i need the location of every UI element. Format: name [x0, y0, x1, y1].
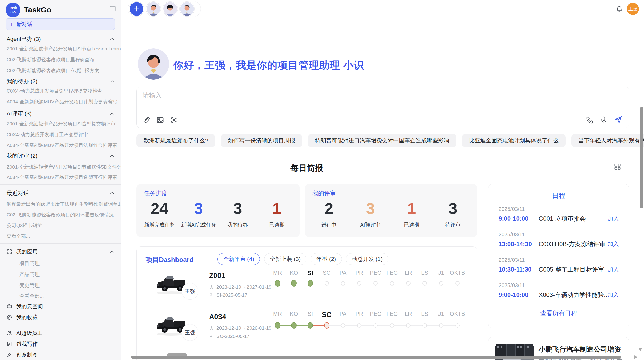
sidebar-item[interactable]: A034-全新新能源MUV产品开发项目法规符合性评审 [0, 140, 121, 151]
milestone-dot [406, 281, 411, 286]
chevron-up-icon [110, 250, 114, 253]
join-link[interactable]: 加入 [608, 266, 619, 273]
milestone-dot [390, 281, 394, 286]
send-icon[interactable] [614, 116, 622, 124]
chat-input[interactable] [142, 91, 623, 112]
sidebar-section-recent[interactable]: 最近对话 [0, 188, 121, 198]
scroll-right-arrow[interactable] [634, 355, 638, 359]
milestone-dot-done [291, 280, 297, 287]
tab-new-body[interactable]: 全新上装 (3) [264, 253, 306, 265]
stat-in-progress: 2进行中 [308, 200, 350, 228]
horizontal-scrollbar[interactable] [131, 356, 621, 359]
layout-grid-icon[interactable] [614, 163, 621, 170]
project-row[interactable]: 王强 A034 2023-12-19 ~ 2026-01-19 SC-2025-… [137, 310, 477, 351]
microphone-icon[interactable] [600, 116, 608, 124]
sidebar-ai-employee[interactable]: AI超级员工 [0, 328, 121, 338]
app-item-product-mgmt[interactable]: 产品管理 [0, 269, 121, 279]
schedule-date: 2025/03/11 [499, 257, 619, 263]
sidebar-section-agent-done[interactable]: Agent已办 (3) [0, 34, 121, 44]
flag-icon [209, 293, 214, 298]
suggestion-chip[interactable]: 欧洲新规最近颁布了什么? [136, 134, 215, 147]
task-progress-card: 任务进度 24新增完成任务 3新增AI完成任务 3我的待办 1已逾期 [136, 184, 300, 237]
app-logo-text-top: Task [9, 6, 17, 10]
sidebar-item[interactable]: A034-全新新能源MUV产品开发项目计划变更表编写 [0, 97, 121, 107]
apps-view-all[interactable]: 查看全部... [0, 291, 121, 301]
project-row[interactable]: 王强 Z001 2023-12-19 ~ 2027-01-19 SI-2025-… [137, 269, 477, 310]
scroll-down-arrow[interactable] [638, 348, 642, 351]
tab-year-model[interactable]: 年型 (2) [311, 253, 342, 265]
schedule-entry: 2025/03/11 13:00-14:30 C003|H0B-方案冻结评审 加… [499, 231, 619, 248]
sidebar-item[interactable]: C02-飞腾新能源轻客改款项目里程碑画布 [0, 55, 121, 65]
suggestion-chips: 欧洲新规最近颁布了什么? 如何写一份清晰的项目周报 特朗普可能对进口汽车增税会对… [136, 134, 644, 147]
tab-powertrain[interactable]: 动总开发 (1) [346, 253, 388, 265]
sidebar-my-favorites[interactable]: 我的收藏 [0, 312, 121, 322]
write-icon [7, 341, 12, 347]
recent-view-all[interactable]: 查看全部... [0, 231, 121, 242]
sidebar-item[interactable]: Z001-全新燃油轻卡产品开发项目SI节点属性5D文件评审 [0, 162, 121, 172]
stat-my-todo: 3我的待办 [218, 200, 257, 228]
recent-chat-item[interactable]: 解释最新出台的欧盟报废车法规再生塑料比例被调至15%... [0, 199, 121, 209]
scissors-icon[interactable] [170, 116, 178, 124]
milestone-dot [390, 323, 394, 328]
sidebar-section-my-review[interactable]: 我的评审 (2) [0, 151, 121, 161]
schedule-event-title: C001-立项审批会 [539, 215, 608, 223]
sidebar-creative-draw[interactable]: 创意制图 [0, 350, 121, 360]
sidebar-section-ai-review[interactable]: AI评审 (3) [0, 109, 121, 119]
join-link[interactable]: 加入 [608, 291, 619, 299]
tab-all-new-platform[interactable]: 全新平台 (4) [217, 253, 260, 265]
milestone-timeline: MRKOSISCPAPRPECFECLRLSJ1OKTB [269, 311, 466, 332]
dashboard-filter-tabs: 全新平台 (4) 全新上装 (3) 年型 (2) 动总开发 (1) [217, 253, 388, 265]
milestone-dot-done [308, 322, 313, 329]
join-link[interactable]: 加入 [608, 215, 619, 222]
sidebar-help-write[interactable]: 帮我写作 [0, 339, 121, 349]
vertical-scrollbar[interactable] [640, 107, 643, 208]
image-icon[interactable] [156, 116, 164, 124]
project-dates: 2023-12-19 ~ 2026-01-19 [209, 325, 271, 331]
sidebar-item[interactable]: C02-飞腾新能源轻客改款项目立项汇报方案 [0, 66, 121, 76]
collapse-sidebar-icon[interactable] [109, 5, 116, 12]
app-item-project-mgmt[interactable]: 项目管理 [0, 258, 121, 268]
daily-brief-title: 每日简报 [136, 163, 477, 174]
user-avatar[interactable]: 王强 [627, 3, 639, 15]
plus-icon [133, 6, 140, 12]
project-name: Z001 [209, 272, 225, 280]
stat-new-ai-done: 3新增AI完成任务 [179, 200, 218, 228]
milestone-dot [422, 323, 427, 328]
milestone-dot [341, 281, 345, 286]
sidebar-item[interactable]: Z001-全新燃油轻卡产品开发项目SI造型提交物评审 [0, 119, 121, 129]
view-all-schedule-link[interactable]: 查看所有日程 [488, 309, 629, 317]
join-link[interactable]: 加入 [608, 240, 619, 248]
phone-icon[interactable] [586, 116, 593, 124]
milestone-dot-done [275, 322, 280, 329]
sidebar-item[interactable]: C0X4-动力总成开发项目工程变更评审 [0, 130, 121, 140]
sidebar-item[interactable]: C0X4-动力总成开发项目SI里程碑提交物检查 [0, 86, 121, 96]
schedule-date: 2025/03/11 [499, 282, 619, 288]
schedule-event-title: X003-车辆动力学性能验... [539, 291, 608, 299]
flag-icon [209, 334, 214, 339]
conversation-avatar[interactable] [147, 2, 160, 16]
sidebar-my-cloud[interactable]: 我的云空间 [0, 301, 121, 311]
chevron-up-icon [110, 192, 114, 194]
stat-pending-review: 3待评审 [432, 200, 474, 228]
new-chat-button[interactable]: + 新对话 [6, 18, 115, 30]
suggestion-chip[interactable]: 当下年轻人对汽车外观有怎样的喜好趋势 [571, 134, 644, 147]
suggestion-chip[interactable]: 比亚迪全固态电池计划具体说了什么 [462, 134, 566, 147]
recent-chat-item[interactable]: C02-飞腾新能源轻客改款项目的闭环通告反馈情况 [0, 210, 121, 220]
schedule-time: 9:00-10:00 [499, 215, 539, 222]
sidebar-my-apps[interactable]: 我的应用 [0, 247, 121, 257]
schedule-event-title: C005-整车工程目标评审 [539, 265, 608, 274]
attachment-icon[interactable] [143, 116, 150, 124]
app-item-change-mgmt[interactable]: 变更管理 [0, 280, 121, 290]
sidebar-section-my-todo[interactable]: 我的待办 (2) [0, 76, 121, 86]
suggestion-chip[interactable]: 特朗普可能对进口汽车增税会对中国车企造成哪些影响 [308, 134, 456, 147]
conversation-avatar[interactable] [163, 2, 177, 16]
add-conversation-button[interactable] [130, 2, 143, 16]
suggestion-chip[interactable]: 如何写一份清晰的项目周报 [221, 134, 302, 147]
recent-chat-item[interactable]: 公司Q3轻卡销量 [0, 220, 121, 231]
sidebar-item[interactable]: A034-全新新能源MUV产品开发项目造型可行性评审 [0, 172, 121, 183]
sidebar-item[interactable]: Z001-全新燃油皮卡产品开发项目SI节点Lesson Learn报告 [0, 44, 121, 54]
milestone-dot [341, 323, 345, 328]
notification-bell-icon[interactable] [616, 6, 623, 13]
conversation-avatar[interactable] [180, 2, 194, 16]
schedule-time: 10:30-11:30 [499, 266, 539, 273]
